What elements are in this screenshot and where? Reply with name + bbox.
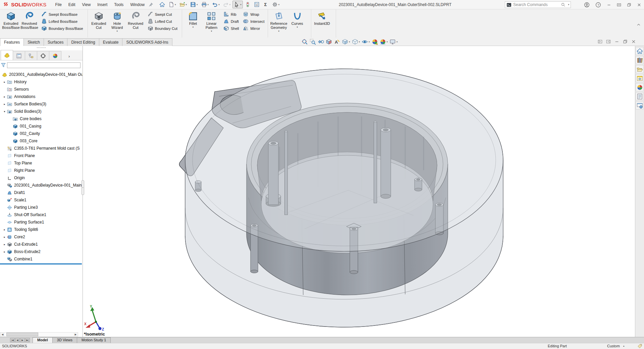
ribbon-button[interactable]: Extruded Boss/Base ▾	[2, 10, 20, 37]
menu-item[interactable]: Window	[127, 0, 148, 9]
view-palette-tab[interactable]	[636, 74, 644, 82]
ribbon-button[interactable]: Fillet ▾	[184, 10, 202, 37]
panel-grip[interactable]	[37, 47, 46, 49]
tree-filter-input[interactable]	[7, 62, 80, 68]
tree-item[interactable]: Scale1	[0, 196, 83, 204]
file-explorer-tab[interactable]	[636, 65, 644, 73]
tree-item[interactable]: 2023001_AutoBelayDevice-001_Main Out	[0, 71, 83, 78]
open-button[interactable]: ▾	[178, 1, 189, 8]
scroll-last-button[interactable]: ▶|	[25, 338, 30, 342]
model-view-tab[interactable]: 3D Views	[52, 337, 77, 343]
tree-expand-icon[interactable]: ▸	[2, 228, 7, 231]
window-restore-icon[interactable]	[627, 3, 631, 7]
dropdown-caret-icon[interactable]: ▾	[218, 3, 220, 6]
model-3d-part[interactable]	[83, 46, 635, 337]
scroll-right-icon[interactable]: ▶	[73, 333, 78, 336]
print-button[interactable]: ▾	[200, 1, 210, 8]
ribbon-button[interactable]: Boundary Boss/Base	[40, 25, 85, 32]
search-commands-box[interactable]: Search Commands ▾	[505, 1, 571, 8]
panel-splitter[interactable]	[82, 180, 84, 195]
scroll-first-button[interactable]: |◀	[10, 338, 15, 342]
dropdown-caret-icon[interactable]: ▾	[359, 41, 360, 43]
tree-item[interactable]: Right Plane	[0, 167, 83, 174]
ribbon-button[interactable]: Curves ▾	[288, 10, 307, 37]
view-orientation-button[interactable]: ▾	[341, 38, 351, 45]
undo-button[interactable]: ▾	[211, 1, 221, 8]
tree-item[interactable]: 001_Casing	[0, 122, 83, 130]
tree-expand-icon[interactable]: ▸	[2, 250, 7, 253]
tree-item[interactable]: Front Plane	[0, 152, 83, 159]
ribbon-button[interactable]: Swept Boss/Base	[40, 11, 85, 18]
ribbon-button[interactable]: Lofted Boss/Base	[40, 18, 85, 25]
tree-expand-icon[interactable]: ▸	[2, 243, 7, 246]
units-caret-icon[interactable]: ▴	[623, 345, 625, 347]
file-properties-button[interactable]: ▾	[253, 1, 261, 8]
tree-item[interactable]: 003_Core	[0, 137, 83, 145]
dropdown-caret-icon[interactable]: ▾	[396, 41, 398, 43]
tree-item[interactable]: Core bodies	[0, 115, 83, 122]
model-view-tab[interactable]: Model	[33, 337, 53, 343]
tree-horizontal-scrollbar[interactable]: ◀ ▶	[0, 332, 78, 337]
tree-item[interactable]: Parting Line3	[0, 204, 83, 211]
scroll-next-button[interactable]: ▶	[20, 338, 25, 342]
tree-expand-icon[interactable]: ▸	[2, 236, 7, 239]
custom-properties-tab[interactable]	[636, 92, 644, 100]
tree-item[interactable]: Top Plane	[0, 159, 83, 167]
search-dropdown-caret-icon[interactable]: ▾	[568, 3, 569, 6]
menu-item[interactable]: View	[79, 0, 94, 9]
ribbon-button[interactable]: Hole Wizard ▾	[108, 10, 126, 37]
configurationmanager-tab[interactable]	[25, 51, 37, 60]
apply-scene-button[interactable]: ▾	[379, 38, 388, 45]
tree-expand-icon[interactable]: ▸	[2, 81, 7, 84]
hide-show-items-button[interactable]: ▾	[361, 38, 370, 45]
tree-item[interactable]: ▸ Tooling Split6	[0, 226, 83, 233]
collapse-pane-left-button[interactable]	[598, 39, 602, 44]
tree-item[interactable]: Parting Surface1	[0, 218, 83, 226]
menu-item[interactable]: Edit	[65, 0, 79, 9]
tree-item[interactable]: ▾ Solid Bodies(3)	[0, 108, 83, 115]
ribbon-button[interactable]: Intersect	[241, 18, 266, 25]
solidworks-forum-tab[interactable]	[636, 101, 644, 109]
displaymanager-tab[interactable]	[49, 51, 61, 60]
help-icon[interactable]: ?	[595, 2, 601, 8]
scrollbar-thumb[interactable]	[6, 333, 38, 336]
tree-item[interactable]: Origin	[0, 174, 83, 182]
ribbon-button[interactable]: Rib	[222, 11, 240, 18]
dropdown-caret-icon[interactable]: ▾	[369, 41, 370, 43]
zoom-to-area-button[interactable]: ▾	[309, 38, 316, 45]
ribbon-button[interactable]: Draft	[222, 18, 240, 25]
ribbon-button[interactable]: Swept Cut	[146, 11, 179, 18]
tree-item[interactable]: 002_Cavity	[0, 130, 83, 137]
zoom-to-fit-button[interactable]: ▾	[301, 38, 308, 45]
ribbon-tab[interactable]: Features	[0, 38, 24, 46]
previous-view-button[interactable]: ▾	[317, 38, 324, 45]
view-settings-button[interactable]: ▾	[389, 38, 398, 45]
dropdown-caret-icon[interactable]: ▾	[278, 30, 279, 33]
ribbon-button[interactable]: Revolved Boss/Base ▾	[20, 10, 39, 37]
rollback-bar[interactable]	[0, 263, 82, 264]
ribbon-button[interactable]: Extruded Cut ▾	[90, 10, 108, 37]
dropdown-caret-icon[interactable]: ▾	[240, 3, 241, 6]
ribbon-tab[interactable]: Surfaces	[44, 38, 67, 46]
tree-item[interactable]: ▸ History	[0, 78, 83, 86]
dropdown-caret-icon[interactable]: ▾	[211, 30, 212, 33]
ribbon-button[interactable]: Instant3D ▾	[313, 10, 331, 37]
dropdown-caret-icon[interactable]: ▾	[387, 41, 388, 43]
doc-restore-button[interactable]	[623, 39, 628, 44]
dropdown-caret-icon[interactable]: ▾	[278, 3, 280, 6]
dropdown-caret-icon[interactable]: ▾	[349, 41, 350, 43]
ribbon-button[interactable]: Lofted Cut	[146, 18, 179, 25]
units-selector[interactable]: Custom ▴	[607, 344, 624, 348]
doc-close-button[interactable]	[631, 39, 636, 44]
options-button[interactable]: ▾	[271, 1, 281, 8]
ribbon-tab[interactable]: SOLIDWORKS Add-Ins	[122, 38, 172, 46]
collapse-ribbon-icon[interactable]	[637, 23, 641, 27]
tree-expand-icon[interactable]: ▸	[2, 95, 7, 98]
tree-expand-icon[interactable]: ▾	[2, 110, 7, 113]
tree-item[interactable]: C355.0-T61 Permanent Mold cast (S	[0, 145, 83, 152]
tree-item[interactable]: Draft1	[0, 189, 83, 196]
tree-expand-icon[interactable]: ▸	[2, 103, 7, 106]
dropdown-caret-icon[interactable]: ▾	[197, 3, 198, 6]
featuremanager-tab[interactable]	[1, 50, 13, 60]
new-document-button[interactable]: ▾	[167, 1, 177, 8]
